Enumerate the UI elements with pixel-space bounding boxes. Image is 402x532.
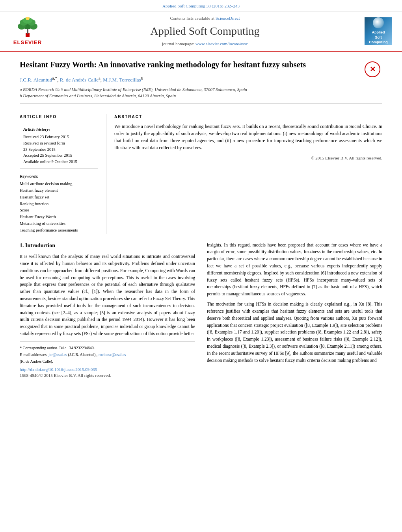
footnote-name: (R. de Andrés Calle). [20,358,195,364]
revised-date: 23 September 2015 [23,146,95,153]
kw-5: Score [20,207,98,214]
author-andres[interactable]: R. de Andrés Calle [60,77,99,83]
copyright-line: © 2015 Elsevier B.V. All rights reserved… [114,155,382,161]
crossmark-badge[interactable]: ✕ [365,61,382,79]
crossmark-x-icon: ✕ [370,65,376,74]
journal-logo-square: Applied Soft Computing [365,17,392,45]
sciencedirect-link[interactable]: ScienceDirect [216,16,240,20]
svg-rect-1 [27,28,28,34]
kw-4: Ranking function [20,201,98,208]
intro-section: 1. Introduction It is well-known that th… [20,242,382,379]
article-info-abstract: ARTICLE INFO Article history: Received 2… [20,110,382,234]
abstract-heading: ABSTRACT [114,114,382,120]
author-torrecillas[interactable]: M.J.M. Torrecillas [103,77,141,83]
article-title-text: Hesitant Fuzzy Worth: An innovative rank… [20,59,359,99]
affiliation-a: a BORDA Research Unit and Multidisciplin… [20,86,359,93]
abstract-text: We introduce a novel methodology for ran… [114,123,382,151]
kw-2: Hesitant fuzzy element [20,187,98,194]
logo-text-computing: Computing [369,40,388,45]
footer-section: * Corresponding author. Tel.: +34 923229… [20,341,195,379]
content-area: Hesitant Fuzzy Worth: An innovative rank… [0,52,402,387]
keywords-box: Keywords: Multi-attribute decision makin… [20,173,98,234]
journal-logo-box: Applied Soft Computing [363,17,394,45]
author-alcantud[interactable]: J.C.R. Alcantud [20,77,52,83]
doi-line: http://dx.doi.org/10.1016/j.asoc.2015.09… [20,367,195,373]
top-bar: Applied Soft Computing 38 (2016) 232–243 [0,0,402,11]
kw-8: Teaching performance assessments [20,227,98,234]
journal-center: Contents lists available at ScienceDirec… [47,15,363,47]
logo-text-applied: Applied [372,30,385,35]
article-title: Hesitant Fuzzy Worth: An innovative rank… [20,59,359,70]
doi-link[interactable]: http://dx.doi.org/10.1016/j.asoc.2015.09… [20,367,97,372]
issn-line: 1568-4946/© 2015 Elsevier B.V. All right… [20,373,195,378]
logo-circle [373,17,384,28]
elsevier-brand: ELSEVIER [13,39,42,46]
article-info-heading: ARTICLE INFO [20,114,98,120]
intro-right-para-1: insights. In this regard, models have be… [207,242,382,298]
intro-left: 1. Introduction It is well-known that th… [20,242,195,379]
kw-7: Metaranking of universities [20,221,98,227]
available-line: Available online 9 October 2015 [23,159,95,165]
authors-line: J.C.R. Alcantuda,*, R. de Andrés Callea,… [20,75,359,84]
page: Applied Soft Computing 38 (2016) 232–243… [0,0,402,532]
history-title: Article history: [23,126,95,132]
intro-para-1: It is well-known that the analysis of ma… [20,253,195,337]
email-rocioasc[interactable]: rocioasc@usal.es [99,352,126,357]
received-line: Received 23 February 2015 [23,134,95,140]
affiliation-b: b Department of Economics and Business, … [20,93,359,99]
kw-6: Hesitant Fuzzy Worth [20,214,98,221]
section-1-heading: 1. Introduction [20,242,195,250]
journal-header: ELSEVIER Contents lists available at Sci… [0,11,402,52]
logo-text-soft: Soft [375,35,382,40]
elsevier-logo: ELSEVIER [8,17,47,46]
elsevier-tree-icon [10,17,45,38]
affiliations: a BORDA Research Unit and Multidisciplin… [20,86,359,99]
email-label: E-mail addresses: [20,352,48,357]
contents-line: Contents lists available at ScienceDirec… [47,15,363,21]
article-title-section: Hesitant Fuzzy Worth: An innovative rank… [20,59,382,104]
intro-right-para-2: The motivation for using HFSs in decisio… [207,301,382,364]
footnote-star: * Corresponding author. Tel.: +34 923229… [20,345,195,351]
homepage-line: journal homepage: www.elsevier.com/locat… [47,41,363,47]
footnote-email: E-mail addresses: jcr@usal.es (J.C.R. Al… [20,352,195,358]
keywords-title: Keywords: [20,173,98,179]
email-jcr[interactable]: jcr@usal.es [48,352,67,357]
accepted-line: Accepted 25 September 2015 [23,152,95,159]
crossmark-inner: ✕ [365,61,380,77]
kw-1: Multi-attribute decision making [20,181,98,187]
revised-label: Received in revised form [23,140,95,146]
intro-right: insights. In this regard, models have be… [207,242,382,379]
kw-3: Hesitant fuzzy set [20,194,98,201]
abstract-col: ABSTRACT We introduce a novel methodolog… [106,114,382,234]
email-jcr-name: (J.C.R. Alcantud), [68,352,97,357]
svg-point-8 [26,17,30,20]
article-history-box: Article history: Received 23 February 20… [20,123,98,169]
journal-link[interactable]: Applied Soft Computing 38 (2016) 232–243 [162,4,240,8]
journal-title: Applied Soft Computing [47,23,363,39]
article-info-col: ARTICLE INFO Article history: Received 2… [20,114,106,234]
homepage-link[interactable]: www.elsevier.com/locate/asoc [195,41,248,46]
